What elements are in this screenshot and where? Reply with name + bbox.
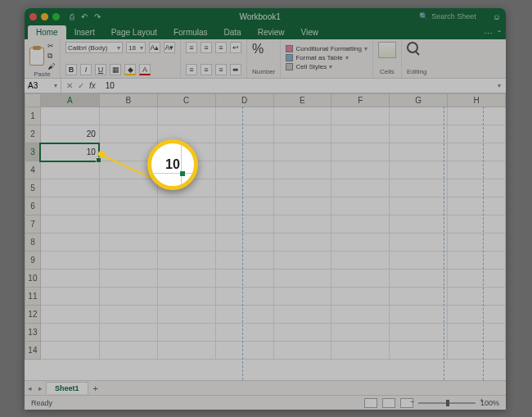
row-header[interactable]: 12 <box>25 306 41 324</box>
window-maximize-button[interactable] <box>52 13 60 20</box>
page-break-line <box>444 107 444 380</box>
row-header[interactable]: 6 <box>25 197 41 215</box>
zoom-slider[interactable] <box>418 402 476 404</box>
cancel-formula-icon[interactable]: ✕ <box>66 81 73 90</box>
page-break-line <box>242 107 243 380</box>
underline-button[interactable]: U <box>95 64 106 75</box>
align-mid-button[interactable]: ≡ <box>201 42 212 53</box>
paste-icon[interactable] <box>29 48 44 66</box>
collapse-ribbon-icon[interactable]: ˆ <box>498 29 501 39</box>
tab-data[interactable]: Data <box>216 25 250 39</box>
cut-icon[interactable]: ✂ <box>47 42 55 50</box>
col-header-D[interactable]: D <box>215 94 273 107</box>
font-size-select[interactable]: 18▾ <box>126 42 146 53</box>
callout-value: 10 <box>165 157 180 172</box>
tab-insert[interactable]: Insert <box>66 25 103 39</box>
increase-font-button[interactable]: A▴ <box>149 42 160 53</box>
number-label: Number <box>252 68 275 75</box>
cell-styles-button[interactable]: Cell Styles▾ <box>286 63 367 70</box>
decrease-font-button[interactable]: A▾ <box>164 42 175 53</box>
row-header[interactable]: 9 <box>25 252 41 270</box>
share-icon[interactable]: ⋯ <box>484 29 493 39</box>
accept-formula-icon[interactable]: ✓ <box>78 81 84 90</box>
add-sheet-button[interactable]: + <box>88 383 103 393</box>
undo-icon[interactable]: ↶ <box>81 12 88 21</box>
document-title: Workbook1 <box>101 12 419 21</box>
row-header[interactable]: 7 <box>25 215 41 233</box>
conditional-formatting-button[interactable]: Conditional Formatting▾ <box>286 45 367 52</box>
font-color-button[interactable]: A <box>139 64 151 75</box>
fx-icon[interactable]: fx <box>89 81 96 90</box>
col-header-B[interactable]: B <box>99 94 157 107</box>
merge-button[interactable]: ⬌ <box>230 64 241 75</box>
row-header[interactable]: 11 <box>25 288 41 306</box>
bold-button[interactable]: B <box>65 64 77 75</box>
align-left-button[interactable]: ≡ <box>186 64 197 75</box>
col-header-A[interactable]: A <box>40 94 99 107</box>
format-as-table-button[interactable]: Format as Table▾ <box>286 54 367 61</box>
user-icon[interactable]: ☺ <box>493 12 501 21</box>
window-close-button[interactable] <box>29 13 37 20</box>
row-header[interactable]: 13 <box>25 324 41 342</box>
percent-icon[interactable]: % <box>252 42 275 57</box>
sheet-nav-next[interactable]: ▸ <box>35 384 46 392</box>
cells-icon[interactable] <box>378 42 396 58</box>
fill-color-button[interactable]: ◆ <box>124 64 136 75</box>
italic-button[interactable]: I <box>80 64 92 75</box>
tab-page-layout[interactable]: Page Layout <box>103 25 165 39</box>
row-header[interactable]: 3 <box>25 143 41 161</box>
col-header-H[interactable]: H <box>448 94 506 107</box>
align-top-button[interactable]: ≡ <box>186 42 197 53</box>
tab-formulas[interactable]: Formulas <box>165 25 216 39</box>
col-header-F[interactable]: F <box>331 94 390 107</box>
row-header[interactable]: 4 <box>25 161 41 179</box>
expand-formula-bar-icon[interactable]: ▾ <box>498 82 506 89</box>
col-header-C[interactable]: C <box>157 94 215 107</box>
ribbon: ✂ ⧉ 🖌 Paste Calibri (Body)▾ 18▾ A▴ A▾ B … <box>25 39 506 79</box>
search-icon: 🔍 <box>419 12 428 20</box>
align-bot-button[interactable]: ≡ <box>215 42 227 53</box>
copy-icon[interactable]: ⧉ <box>47 52 55 61</box>
font-name-select[interactable]: Calibri (Body)▾ <box>65 42 123 53</box>
tab-view[interactable]: View <box>292 25 327 39</box>
find-icon[interactable] <box>407 42 418 53</box>
tab-home[interactable]: Home <box>28 25 66 39</box>
window-titlebar: ⎙ ↶ ↷ Workbook1 🔍 Search Sheet ☺ <box>25 8 506 25</box>
row-header[interactable]: 8 <box>25 233 41 252</box>
page-layout-view-button[interactable] <box>382 398 395 408</box>
status-bar: Ready 100% <box>25 395 506 410</box>
name-box[interactable]: A3▾ <box>25 79 61 93</box>
format-painter-icon[interactable]: 🖌 <box>47 62 55 70</box>
zoom-callout: 10 <box>147 139 198 190</box>
save-icon[interactable]: ⎙ <box>70 12 74 21</box>
col-header-E[interactable]: E <box>273 94 331 107</box>
col-header-G[interactable]: G <box>390 94 448 107</box>
sheet-nav-prev[interactable]: ◂ <box>25 384 35 392</box>
row-header[interactable]: 5 <box>25 179 41 197</box>
align-right-button[interactable]: ≡ <box>215 64 227 75</box>
redo-icon[interactable]: ↷ <box>94 12 101 21</box>
editing-label: Editing <box>407 68 426 75</box>
align-center-button[interactable]: ≡ <box>201 64 212 75</box>
ribbon-tabs: Home Insert Page Layout Formulas Data Re… <box>25 25 506 39</box>
row-header[interactable]: 1 <box>25 107 41 125</box>
row-header[interactable]: 10 <box>25 270 41 288</box>
formula-input[interactable]: 10 <box>101 81 115 90</box>
spreadsheet-grid[interactable]: A B C D E F G H 1 220 310 4 5 6 7 8 9 10… <box>25 93 506 380</box>
normal-view-button[interactable] <box>364 398 377 408</box>
wrap-text-button[interactable]: ↩ <box>230 42 241 53</box>
cells-label: Cells <box>378 68 396 75</box>
paste-label: Paste <box>29 70 55 78</box>
cell-A3[interactable]: 10 <box>40 143 99 161</box>
search-sheet[interactable]: 🔍 Search Sheet <box>419 12 476 20</box>
window-minimize-button[interactable] <box>41 13 48 20</box>
status-text: Ready <box>31 399 52 407</box>
row-header[interactable]: 2 <box>25 125 41 143</box>
cell-A2[interactable]: 20 <box>40 125 99 143</box>
border-button[interactable]: ▦ <box>110 64 121 75</box>
tab-review[interactable]: Review <box>250 25 293 39</box>
search-placeholder: Search Sheet <box>431 12 476 20</box>
row-header[interactable]: 14 <box>25 342 41 360</box>
select-all-corner[interactable] <box>25 94 41 107</box>
sheet-tab-sheet1[interactable]: Sheet1 <box>46 382 88 394</box>
